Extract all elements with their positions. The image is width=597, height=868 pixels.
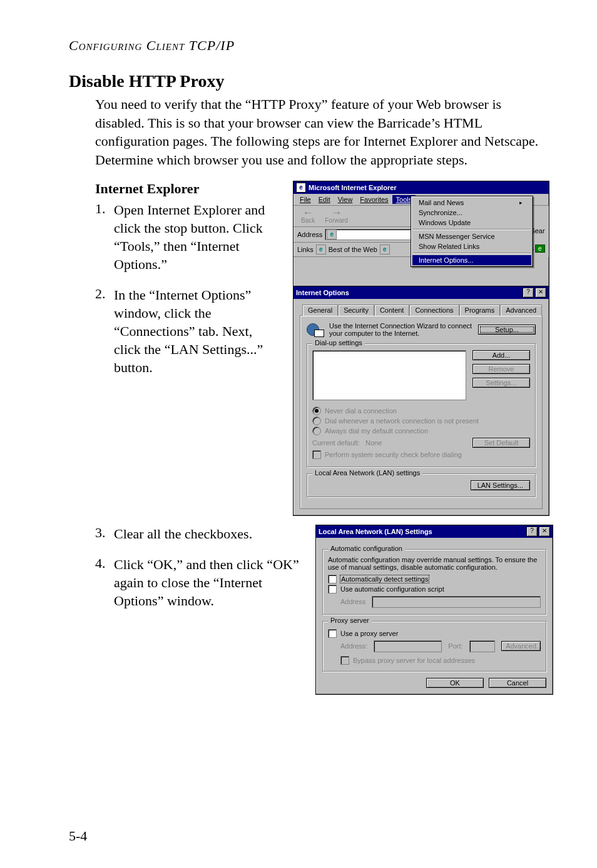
remove-button[interactable]: Remove	[472, 364, 530, 374]
menu-view[interactable]: View	[334, 195, 357, 204]
section-title: Disable HTTP Proxy	[69, 71, 553, 91]
check-perform-security[interactable]: Perform system security check before dia…	[312, 450, 530, 459]
checkbox-icon	[328, 585, 337, 593]
step-1: 1. Open Internet Explorer and click the …	[95, 201, 282, 273]
auto-config-legend: Automatic configuration	[328, 545, 405, 552]
steps-lower: 3. Clear all the checkboxes. 4. Click “O…	[95, 525, 304, 610]
help-button[interactable]: ?	[523, 288, 534, 298]
checkbox-icon	[328, 629, 337, 638]
ie-page-icon: e	[327, 230, 337, 240]
auto-config-group: Automatic configuration Automatic config…	[322, 549, 546, 615]
lan-legend: Local Area Network (LAN) settings	[312, 469, 422, 477]
menu-synchronize[interactable]: Synchronize...	[412, 208, 531, 218]
dialup-group: Dial-up settings Add... Remove Settings.…	[307, 343, 536, 467]
step-number: 1.	[95, 201, 114, 273]
step-text: Click “OK,” and then click “OK” again to…	[114, 555, 304, 610]
lan-settings-dialog: Local Area Network (LAN) Settings ? ✕ Au…	[315, 525, 553, 695]
subhead-ie: Internet Explorer	[95, 181, 282, 197]
internet-options-dialog: Internet Options ? ✕ General Security Co…	[293, 286, 549, 516]
dialog-titlebar[interactable]: Internet Options ? ✕	[293, 286, 549, 299]
menu-windows-update[interactable]: Windows Update	[412, 218, 531, 228]
dialup-legend: Dial-up settings	[312, 339, 365, 346]
ie-titlebar[interactable]: e Microsoft Internet Explorer	[293, 181, 549, 194]
links-item-best[interactable]: Best of the Web	[329, 246, 377, 253]
lan-settings-button[interactable]: LAN Settings...	[471, 480, 530, 490]
close-button[interactable]: ✕	[535, 288, 546, 298]
step-text: Open Internet Explorer and click the sto…	[114, 201, 282, 273]
check-bypass-local[interactable]: Bypass proxy server for local addresses	[340, 656, 541, 665]
checkbox-icon	[312, 450, 321, 459]
step-text: Clear all the checkboxes.	[114, 525, 304, 543]
dialup-settings-button[interactable]: Settings...	[472, 378, 530, 388]
arrow-left-icon: ←	[302, 208, 314, 217]
advanced-button[interactable]: Advanced...	[501, 641, 541, 651]
check-auto-script[interactable]: Use automatic configuration script	[328, 585, 541, 593]
ie-icon: e	[296, 183, 306, 193]
checkbox-icon	[340, 656, 349, 665]
menu-favorites[interactable]: Favorites	[356, 195, 392, 204]
menu-show-related[interactable]: Show Related Links	[412, 241, 531, 251]
menu-separator	[413, 229, 531, 230]
menu-internet-options[interactable]: Internet Options...	[412, 255, 531, 265]
dialog-titlebar[interactable]: Local Area Network (LAN) Settings ? ✕	[316, 525, 553, 538]
tools-menu-popup: Mail and News ▸ Synchronize... Windows U…	[411, 196, 533, 267]
radio-never-dial[interactable]: Never dial a connection	[312, 406, 530, 415]
connection-wizard-icon	[307, 322, 324, 337]
tab-advanced[interactable]: Advanced	[500, 305, 542, 316]
lan-group: Local Area Network (LAN) settings LAN Se…	[307, 473, 536, 497]
radio-dot-icon	[312, 416, 321, 425]
step-text: In the “Internet Options” window, click …	[114, 286, 282, 376]
current-default-row: Current default: None	[312, 439, 382, 447]
radio-always-dial[interactable]: Always dial my default connection	[312, 426, 530, 435]
back-button[interactable]: ← Back	[297, 208, 319, 224]
proxy-legend: Proxy server	[328, 617, 372, 624]
forward-button[interactable]: → Forward	[321, 208, 352, 224]
address-label: Address	[297, 231, 322, 238]
checkbox-icon	[328, 575, 337, 583]
step-number: 2.	[95, 286, 114, 376]
ie-title: Microsoft Internet Explorer	[309, 184, 546, 191]
auto-config-note: Automatic configuration may override man…	[328, 556, 541, 571]
tab-programs[interactable]: Programs	[459, 305, 501, 316]
check-auto-detect[interactable]: Automatically detect settings	[328, 575, 541, 583]
intro-paragraph: You need to verify that the “HTTP Proxy”…	[95, 95, 553, 169]
tab-content[interactable]: Content	[374, 305, 410, 316]
menu-mail-and-news[interactable]: Mail and News ▸	[412, 198, 531, 208]
setup-button[interactable]: Setup...	[478, 325, 536, 335]
submenu-arrow-icon: ▸	[519, 199, 523, 206]
running-head: Configuring Client TCP/IP	[69, 38, 553, 54]
arrow-right-icon: →	[331, 208, 342, 217]
radio-dot-icon	[312, 426, 321, 435]
tab-security[interactable]: Security	[338, 305, 374, 316]
tab-page-connections: Use the Internet Connection Wizard to co…	[300, 315, 543, 509]
script-address-field[interactable]	[372, 596, 541, 608]
cancel-button[interactable]: Cancel	[489, 678, 546, 688]
dialup-listbox[interactable]	[312, 350, 466, 400]
step-2: 2. In the “Internet Options” window, cli…	[95, 286, 282, 376]
links-label: Links	[297, 246, 314, 253]
tab-general[interactable]: General	[302, 305, 338, 316]
radio-dial-whenever[interactable]: Dial whenever a network connection is no…	[312, 416, 530, 425]
step-3: 3. Clear all the checkboxes.	[95, 525, 304, 543]
step-number: 3.	[95, 525, 114, 543]
menu-edit[interactable]: Edit	[315, 195, 334, 204]
ok-button[interactable]: OK	[426, 678, 484, 688]
proxy-address-field[interactable]	[374, 640, 442, 652]
radio-dot-icon	[312, 406, 321, 415]
menu-file[interactable]: File	[296, 195, 315, 204]
proxy-port-field[interactable]	[469, 640, 496, 652]
set-default-button[interactable]: Set Default	[472, 438, 530, 448]
steps-upper: 1. Open Internet Explorer and click the …	[95, 201, 282, 376]
check-use-proxy[interactable]: Use a proxy server	[328, 629, 541, 638]
help-button[interactable]: ?	[526, 527, 538, 537]
dialog-title: Local Area Network (LAN) Settings	[319, 528, 524, 535]
tab-connections[interactable]: Connections	[409, 305, 459, 316]
ie-go-icon: e	[535, 245, 545, 253]
wizard-text: Use the Internet Connection Wizard to co…	[329, 322, 473, 337]
step-4: 4. Click “OK,” and then click “OK” again…	[95, 555, 304, 610]
page-number: 5-4	[69, 828, 87, 844]
menu-msn-messenger[interactable]: MSN Messenger Service	[412, 231, 531, 241]
add-button[interactable]: Add...	[472, 350, 530, 360]
close-button[interactable]: ✕	[539, 527, 550, 537]
script-address-label: Address	[340, 598, 365, 605]
